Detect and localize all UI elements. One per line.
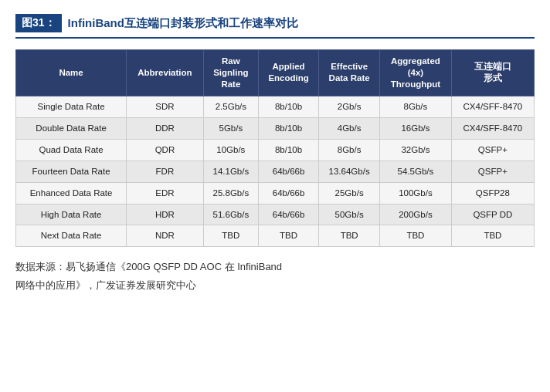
footer-text: 数据来源：易飞扬通信《200G QSFP DD AOC 在 InfiniBand… — [15, 258, 535, 294]
col-header-raw-signaling-rate: RawSignlingRate — [203, 50, 258, 96]
figure-label: 图31： — [15, 14, 62, 32]
table-cell: TBD — [203, 225, 258, 247]
table-cell: 32Gb/s — [380, 139, 452, 161]
table-cell: 8b/10b — [259, 139, 319, 161]
table-cell: EDR — [127, 182, 204, 204]
footer-line1: 数据来源：易飞扬通信《200G QSFP DD AOC 在 InfiniBand — [15, 261, 282, 272]
table-cell: Single Data Rate — [16, 96, 127, 117]
table-cell: 64b/66b — [259, 161, 319, 182]
table-cell: 200Gb/s — [380, 204, 452, 225]
table-cell: 8b/10b — [259, 117, 319, 139]
table-cell: 8Gb/s — [319, 139, 380, 161]
table-cell: 2Gb/s — [319, 96, 380, 117]
table-cell: NDR — [127, 225, 204, 247]
table-cell: Double Data Rate — [16, 117, 127, 139]
table-cell: Quad Data Rate — [16, 139, 127, 161]
table-cell: QSFP28 — [451, 182, 534, 204]
table-cell: CX4/SFF-8470 — [451, 117, 534, 139]
table-cell: QDR — [127, 139, 204, 161]
table-cell: 25Gb/s — [319, 182, 380, 204]
table-cell: SDR — [127, 96, 204, 117]
table-cell: QSFP DD — [451, 204, 534, 225]
table-cell: 64b/66b — [259, 182, 319, 204]
col-header-connector-form: 互连端口形式 — [451, 50, 534, 96]
table-cell: 50Gb/s — [319, 204, 380, 225]
table-cell: TBD — [259, 225, 319, 247]
table-cell: FDR — [127, 161, 204, 182]
col-header-applied-encoding: AppliedEncoding — [259, 50, 319, 96]
table-cell: 51.6Gb/s — [203, 204, 258, 225]
table-row: Next Data RateNDRTBDTBDTBDTBDTBD — [16, 225, 535, 247]
table-cell: 13.64Gb/s — [319, 161, 380, 182]
infiniband-table: Name Abbreviation RawSignlingRate Applie… — [15, 49, 535, 247]
table-row: Single Data RateSDR2.5Gb/s8b/10b2Gb/s8Gb… — [16, 96, 535, 117]
table-cell: 25.8Gb/s — [203, 182, 258, 204]
table-cell: TBD — [319, 225, 380, 247]
col-header-name: Name — [16, 50, 127, 96]
table-row: Fourteen Data RateFDR14.1Gb/s64b/66b13.6… — [16, 161, 535, 182]
table-header-row: Name Abbreviation RawSignlingRate Applie… — [16, 50, 535, 96]
table-cell: HDR — [127, 204, 204, 225]
table-cell: DDR — [127, 117, 204, 139]
col-header-effective-data-rate: EffectiveData Rate — [319, 50, 380, 96]
table-cell: Fourteen Data Rate — [16, 161, 127, 182]
table-body: Single Data RateSDR2.5Gb/s8b/10b2Gb/s8Gb… — [16, 96, 535, 247]
title-bar: 图31： InfiniBand互连端口封装形式和工作速率对比 — [15, 14, 535, 39]
table-cell: High Data Rate — [16, 204, 127, 225]
table-cell: 64b/66b — [259, 204, 319, 225]
table-cell: 100Gb/s — [380, 182, 452, 204]
table-cell: Enhanced Data Rate — [16, 182, 127, 204]
table-cell: TBD — [380, 225, 452, 247]
figure-title: InfiniBand互连端口封装形式和工作速率对比 — [68, 16, 298, 31]
table-cell: 8b/10b — [259, 96, 319, 117]
table-cell: 2.5Gb/s — [203, 96, 258, 117]
table-row: High Data RateHDR51.6Gb/s64b/66b50Gb/s20… — [16, 204, 535, 225]
col-header-aggregated-throughput: Aggregated(4x)Throughput — [380, 50, 452, 96]
table-cell: 14.1Gb/s — [203, 161, 258, 182]
data-table-wrapper: Name Abbreviation RawSignlingRate Applie… — [15, 49, 535, 247]
table-cell: TBD — [451, 225, 534, 247]
table-row: Enhanced Data RateEDR25.8Gb/s64b/66b25Gb… — [16, 182, 535, 204]
table-cell: QSFP+ — [451, 161, 534, 182]
col-header-abbreviation: Abbreviation — [127, 50, 204, 96]
table-cell: 10Gb/s — [203, 139, 258, 161]
page-container: 图31： InfiniBand互连端口封装形式和工作速率对比 Name Abbr… — [0, 0, 550, 308]
footer-line2: 网络中的应用》，广发证券发展研究中心 — [15, 279, 196, 291]
table-cell: 5Gb/s — [203, 117, 258, 139]
table-cell: 16Gb/s — [380, 117, 452, 139]
table-row: Quad Data RateQDR10Gb/s8b/10b8Gb/s32Gb/s… — [16, 139, 535, 161]
table-cell: 54.5Gb/s — [380, 161, 452, 182]
table-cell: Next Data Rate — [16, 225, 127, 247]
table-cell: QSFP+ — [451, 139, 534, 161]
table-cell: 4Gb/s — [319, 117, 380, 139]
table-cell: CX4/SFF-8470 — [451, 96, 534, 117]
table-row: Double Data RateDDR5Gb/s8b/10b4Gb/s16Gb/… — [16, 117, 535, 139]
table-cell: 8Gb/s — [380, 96, 452, 117]
